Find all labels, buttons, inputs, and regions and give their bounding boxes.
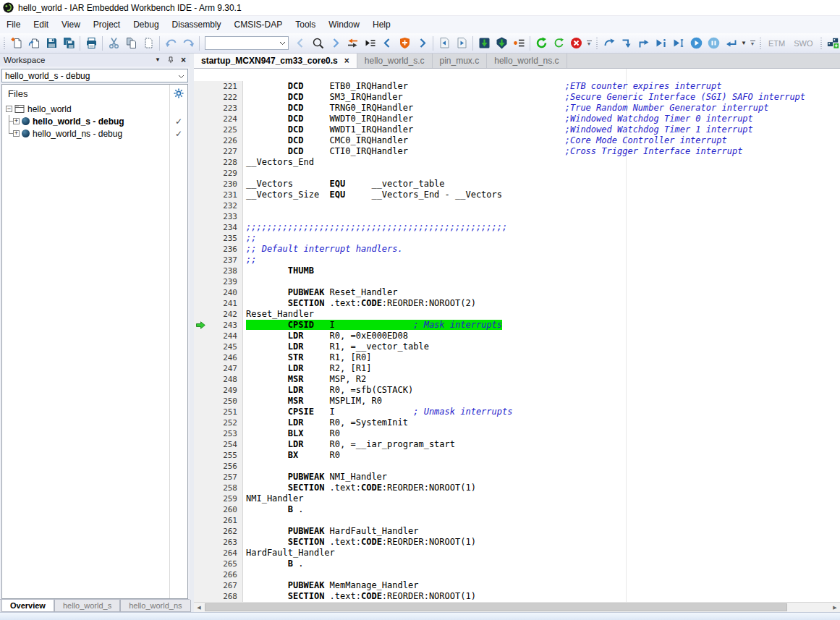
breakpoint-margin[interactable]: 235 [194,233,243,244]
breakpoint-margin[interactable]: 239 [194,276,243,287]
breakpoint-list-button[interactable] [510,35,527,52]
toggle-bookmark-button[interactable] [396,35,413,52]
code-text[interactable]: PUBWEAK HardFault_Handler [243,526,418,537]
download-and-debug-button[interactable] [493,35,510,52]
step-into-button[interactable] [618,35,635,52]
menu-disassembly[interactable]: Disassembly [166,16,228,33]
redo-button[interactable] [179,35,197,52]
code-text[interactable]: LDR R0, =SystemInit [243,417,408,428]
stop-debugger-button[interactable] [567,35,585,52]
breakpoint-margin[interactable]: 266 [194,569,243,580]
code-text[interactable]: DCD WWDT0_IRQHandler ;Windowed Watchdog … [243,114,753,124]
breakpoint-margin[interactable]: 265 [194,559,243,569]
gear-icon[interactable] [174,88,184,98]
step-out-button[interactable] [635,35,653,52]
code-text[interactable]: STR R1, [R0] [243,352,371,363]
breakpoint-margin[interactable]: 236 [194,244,243,255]
tree-item-hello-world-s-debug[interactable]: +hello_world_s - debug✓ [2,115,187,127]
breakpoint-margin[interactable]: 244 [194,331,243,341]
breakpoint-margin[interactable]: 229 [194,168,243,179]
code-text[interactable] [243,168,246,179]
menu-help[interactable]: Help [366,16,397,33]
close-tab-icon[interactable]: × [344,56,349,66]
code-text[interactable]: DCD CMC0_IRQHandler ;Core Mode Controlle… [243,135,727,146]
code-text[interactable]: __Vectors_End [243,157,314,168]
breakpoint-margin[interactable]: 256 [194,461,243,472]
break-button[interactable] [705,35,722,52]
code-text[interactable]: SECTION .text:CODE:REORDER:NOROOT(1) [243,591,476,602]
breakpoint-margin[interactable]: 222 [194,92,243,103]
etm-button[interactable]: ETM [764,39,789,48]
breakpoint-margin[interactable]: 264 [194,548,243,559]
workspace-tab-hello-world-s[interactable]: hello_world_s [54,600,120,612]
breakpoint-margin[interactable]: 261 [194,515,243,526]
breakpoint-margin[interactable]: 254 [194,439,243,450]
paste-button[interactable] [140,35,157,52]
workspace-tab-hello-world-ns[interactable]: hello_world_ns [120,600,190,612]
code-text[interactable]: B . [243,559,303,569]
download-button[interactable] [475,35,493,52]
breakpoint-margin[interactable]: 257 [194,472,243,483]
close-panel-icon[interactable]: × [181,56,186,64]
expander-plus-icon[interactable]: + [13,130,20,137]
scrollbar-thumb[interactable] [205,603,787,611]
open-document-button[interactable] [25,35,43,52]
code-text[interactable]: __Vectors EQU __vector_table [243,179,445,190]
code-text[interactable]: SECTION .text:CODE:REORDER:NOROOT(1) [243,537,476,548]
code-text[interactable]: NMI_Handler [243,493,303,504]
code-text[interactable] [243,515,246,526]
find-previous-button[interactable] [292,35,309,52]
reset-button[interactable] [722,35,739,52]
code-text[interactable]: CPSIE I ; Unmask interrupts [243,407,512,417]
breakpoint-margin[interactable]: 260 [194,504,243,515]
editor-tab-startup-mcxn947-cm33-core0-s[interactable]: startup_MCXN947_cm33_core0.s× [194,54,357,68]
breakpoint-margin[interactable]: 252 [194,417,243,428]
breakpoint-margin[interactable]: 249 [194,385,243,396]
undo-button[interactable] [162,35,179,52]
expander-minus-icon[interactable]: − [6,106,12,112]
breakpoint-margin[interactable]: 259 [194,493,243,504]
code-text[interactable] [243,200,246,211]
breakpoint-margin[interactable]: 225 [194,124,243,135]
code-text[interactable]: B . [243,504,303,515]
code-text[interactable]: ;; Default interrupt handlers. [243,244,403,255]
code-text[interactable]: DCD CTI0_IRQHandler ;Cross Trigger Inter… [243,146,742,157]
breakpoint-margin[interactable]: 245 [194,341,243,352]
search-input[interactable] [205,37,277,49]
go-button[interactable] [687,35,705,52]
terminal-io-button[interactable] [825,35,840,52]
swo-button[interactable]: SWO [789,39,817,48]
search-dropdown-icon[interactable] [277,37,288,49]
breakpoint-margin[interactable]: 227 [194,146,243,157]
navigate-forward-button[interactable] [453,35,470,52]
code-text[interactable]: LDR R1, =__vector_table [243,341,429,352]
code-text[interactable]: HardFault_Handler [243,548,335,559]
breakpoint-margin[interactable]: 248 [194,374,243,385]
next-bookmark-button[interactable] [413,35,430,52]
breakpoint-margin[interactable]: 234 [194,222,243,233]
bookmark-list-button[interactable] [361,35,378,52]
code-text[interactable]: LDR R0, =__iar_program_start [243,439,455,450]
code-text[interactable]: PUBWEAK MemManage_Handler [243,580,418,591]
menu-file[interactable]: File [0,16,27,33]
code-text[interactable]: ;; [243,255,256,266]
reset-debugger-button[interactable] [550,35,567,52]
build-config-select[interactable]: hello_world_s - debug [1,69,188,82]
previous-bookmark-button[interactable] [378,35,396,52]
next-statement-button[interactable] [653,35,670,52]
menu-window[interactable]: Window [322,16,366,33]
breakpoint-margin[interactable]: 263 [194,537,243,548]
cut-button[interactable] [105,35,122,52]
restart-debugger-button[interactable] [533,35,550,52]
navigate-backward-button[interactable] [436,35,453,52]
code-text[interactable] [243,569,246,580]
editor-tab-hello-world-ns-c[interactable]: hello_world_ns.c [487,54,567,68]
code-text[interactable]: BX R0 [243,450,340,461]
breakpoint-margin[interactable]: 267 [194,580,243,591]
code-text[interactable]: LDR R0, =sfb(CSTACK) [243,385,413,396]
breakpoint-margin[interactable]: 237 [194,255,243,266]
search-combo[interactable] [205,36,289,50]
menu-project[interactable]: Project [87,16,127,33]
breakpoint-margin[interactable]: 231 [194,190,243,200]
code-text[interactable] [243,211,246,222]
